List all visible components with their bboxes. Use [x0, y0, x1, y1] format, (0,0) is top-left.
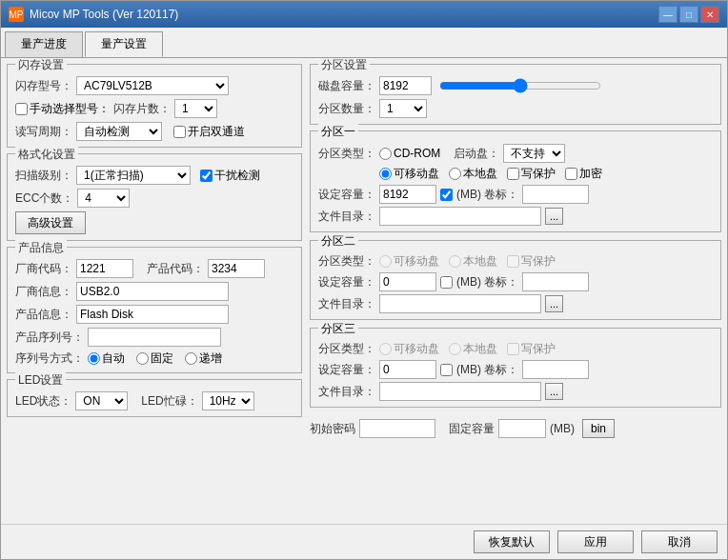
part2-dir-input[interactable] — [379, 294, 541, 313]
close-button[interactable]: ✕ — [700, 6, 719, 23]
fixed-radio[interactable] — [136, 352, 149, 365]
part2-dir-row: 文件目录： ... — [318, 294, 713, 313]
part2-local-text: 本地盘 — [463, 253, 497, 270]
part2-volume-input[interactable] — [522, 272, 589, 291]
part3-browse-button[interactable]: ... — [545, 383, 563, 400]
part-count-select[interactable]: 1 — [379, 99, 427, 118]
part3-mb-checkbox-label[interactable] — [440, 364, 453, 376]
password-label: 初始密码 — [310, 421, 355, 437]
part1-mb-checkbox-label[interactable] — [440, 189, 453, 201]
part2-browse-button[interactable]: ... — [545, 295, 563, 312]
part1-cdrom-label[interactable]: CD-ROM — [379, 147, 440, 160]
serial-number-input[interactable] — [88, 328, 221, 347]
part3-size-row: 设定容量： (MB) 卷标： — [318, 360, 713, 379]
part1-browse-button[interactable]: ... — [545, 208, 563, 225]
part1-local-radio[interactable] — [449, 168, 461, 180]
part3-local-radio[interactable] — [449, 343, 461, 355]
increment-radio[interactable] — [185, 352, 197, 365]
serial-mode-row: 序列号方式： 自动 固定 递增 — [15, 350, 293, 367]
part-count-row: 分区数量： 1 — [318, 99, 713, 118]
scan-level-select[interactable]: 1(正常扫描) — [76, 166, 191, 185]
part3-dir-row: 文件目录： ... — [318, 382, 713, 401]
dual-channel-checkbox[interactable] — [173, 126, 186, 138]
product-code-label: 产品代码： — [147, 261, 204, 277]
rw-cycle-select[interactable]: 自动检测 — [76, 122, 162, 141]
led-busy-select[interactable]: 10Hz — [202, 391, 254, 410]
dual-channel-label[interactable]: 开启双通道 — [173, 124, 245, 140]
part3-dir-input[interactable] — [379, 382, 541, 401]
part1-writeprotect-checkbox[interactable] — [507, 168, 519, 180]
increment-radio-text: 递增 — [199, 350, 222, 367]
disk-size-slider-container — [435, 78, 713, 93]
tab-progress[interactable]: 量产进度 — [5, 31, 83, 57]
advanced-settings-button[interactable]: 高级设置 — [15, 211, 86, 234]
part1-dir-input[interactable] — [379, 207, 541, 226]
fixed-radio-text: 固定 — [151, 350, 173, 367]
serial-mode-label: 序列号方式： — [15, 350, 84, 367]
part2-writeprotect-label[interactable]: 写保护 — [507, 253, 556, 270]
part3-volume-input[interactable] — [522, 360, 589, 379]
increment-radio-label[interactable]: 递增 — [185, 350, 222, 367]
password-input[interactable] — [359, 419, 435, 438]
product-code-input[interactable] — [208, 259, 265, 278]
led-status-select[interactable]: ON — [75, 391, 128, 410]
part3-removable-label[interactable]: 可移动盘 — [379, 341, 439, 357]
manual-select-checkbox[interactable] — [15, 103, 28, 115]
fixed-size-input[interactable] — [498, 419, 546, 438]
auto-radio[interactable] — [88, 352, 100, 365]
flash-type-select[interactable]: AC79LV512B — [76, 76, 229, 95]
maximize-button[interactable]: □ — [679, 6, 698, 23]
dual-channel-text: 开启双通道 — [188, 124, 245, 140]
interference-label[interactable]: 干扰检测 — [200, 168, 260, 184]
part1-removable-radio[interactable] — [379, 168, 392, 180]
part1-cdrom-radio[interactable] — [379, 148, 392, 160]
part2-mb-checkbox[interactable] — [440, 276, 453, 289]
part2-size-input[interactable] — [379, 272, 436, 291]
restore-defaults-button[interactable]: 恢复默认 — [474, 530, 550, 553]
part1-encrypt-checkbox[interactable] — [565, 168, 577, 180]
part1-size-input[interactable] — [379, 185, 436, 204]
part3-writeprotect-label[interactable]: 写保护 — [507, 341, 556, 357]
manual-select-checkbox-label[interactable]: 手动选择型号： — [15, 101, 110, 117]
vendor-code-input[interactable] — [76, 259, 133, 278]
flash-count-select[interactable]: 1 — [174, 99, 217, 118]
cancel-button[interactable]: 取消 — [641, 530, 718, 553]
part2-writeprotect-checkbox[interactable] — [507, 255, 519, 268]
part3-size-input[interactable] — [379, 360, 436, 379]
ecc-select[interactable]: 4 — [77, 189, 130, 208]
part3-local-label[interactable]: 本地盘 — [449, 341, 497, 357]
part3-removable-radio[interactable] — [379, 343, 392, 355]
part1-mb-checkbox[interactable] — [440, 189, 453, 201]
part1-writeprotect-label[interactable]: 写保护 — [507, 166, 556, 182]
interference-checkbox[interactable] — [200, 170, 212, 182]
bin-button[interactable]: bin — [582, 419, 615, 438]
part1-local-label[interactable]: 本地盘 — [449, 166, 497, 182]
product-info-input[interactable] — [76, 305, 229, 324]
part1-volume-input[interactable] — [522, 185, 589, 204]
minimize-button[interactable]: — — [658, 6, 677, 23]
tab-settings[interactable]: 量产设置 — [85, 31, 163, 57]
part1-bootdisk-select[interactable]: 不支持 — [503, 144, 565, 163]
title-bar-left: MP Micov MP Tools (Ver 120117) — [9, 7, 178, 22]
vendor-info-input[interactable] — [76, 282, 229, 301]
fixed-radio-label[interactable]: 固定 — [136, 350, 173, 367]
part2-mb-checkbox-label[interactable] — [440, 276, 453, 289]
disk-size-slider[interactable] — [439, 78, 601, 93]
part2-removable-radio[interactable] — [379, 255, 392, 268]
part2-removable-label[interactable]: 可移动盘 — [379, 253, 439, 270]
part2-type-label: 分区类型： — [318, 253, 375, 270]
tab-bar: 量产进度 量产设置 — [1, 28, 727, 57]
part3-mb-checkbox[interactable] — [440, 364, 453, 376]
part3-writeprotect-checkbox[interactable] — [507, 343, 519, 355]
part3-type-row: 分区类型： 可移动盘 本地盘 写保护 — [318, 341, 713, 357]
format-settings-title: 格式化设置 — [15, 147, 78, 163]
part2-local-label[interactable]: 本地盘 — [449, 253, 497, 270]
part1-encrypt-label[interactable]: 加密 — [565, 166, 602, 182]
part2-local-radio[interactable] — [449, 255, 461, 268]
interference-text: 干扰检测 — [214, 168, 260, 184]
flash-settings-title: 闪存设置 — [15, 57, 67, 73]
auto-radio-label[interactable]: 自动 — [88, 350, 125, 367]
disk-size-input[interactable] — [379, 76, 432, 95]
part1-removable-label[interactable]: 可移动盘 — [379, 166, 439, 182]
apply-button[interactable]: 应用 — [557, 530, 634, 553]
